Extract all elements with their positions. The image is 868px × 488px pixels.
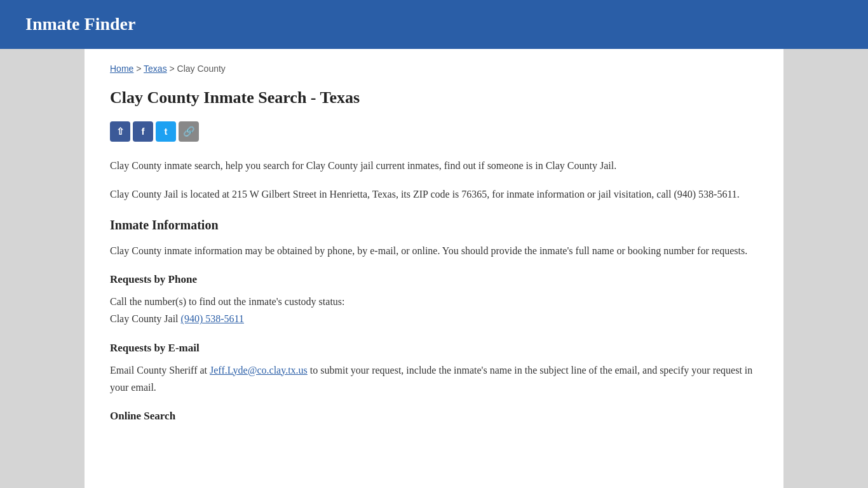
inmate-info-body: Clay County inmate information may be ob… bbox=[110, 242, 758, 259]
email-prefix: Email County Sheriff at bbox=[110, 365, 207, 376]
facebook-button[interactable]: f bbox=[133, 121, 153, 142]
intro-paragraph-2: Clay County Jail is located at 215 W Gil… bbox=[110, 186, 758, 203]
online-search-heading: Online Search bbox=[110, 407, 758, 426]
breadcrumb-home[interactable]: Home bbox=[110, 64, 133, 74]
share-icon: ⇧ bbox=[116, 124, 125, 139]
requests-by-phone-heading: Requests by Phone bbox=[110, 271, 758, 289]
site-title: Inmate Finder bbox=[25, 10, 135, 39]
intro-paragraph-1: Clay County inmate search, help you sear… bbox=[110, 157, 758, 174]
twitter-icon: t bbox=[165, 124, 168, 139]
share-button[interactable]: ⇧ bbox=[110, 121, 130, 142]
jail-label: Clay County Jail bbox=[110, 313, 179, 324]
facebook-icon: f bbox=[142, 124, 145, 139]
inmate-info-heading: Inmate Information bbox=[110, 214, 758, 236]
social-share-bar: ⇧ f t 🔗 bbox=[110, 121, 758, 142]
main-content-wrapper: Home > Texas > Clay County Clay County I… bbox=[85, 49, 783, 488]
breadcrumb: Home > Texas > Clay County bbox=[110, 62, 758, 76]
requests-by-phone-body: Call the number(s) to find out the inmat… bbox=[110, 293, 758, 327]
phone-link[interactable]: (940) 538-5611 bbox=[181, 313, 244, 324]
breadcrumb-county: Clay County bbox=[177, 64, 226, 74]
site-header: Inmate Finder bbox=[0, 0, 868, 49]
twitter-button[interactable]: t bbox=[156, 121, 176, 142]
requests-by-email-body: Email County Sheriff at Jeff.Lyde@co.cla… bbox=[110, 362, 758, 396]
email-link[interactable]: Jeff.Lyde@co.clay.tx.us bbox=[210, 365, 308, 376]
copy-link-button[interactable]: 🔗 bbox=[179, 121, 199, 142]
link-icon: 🔗 bbox=[183, 124, 195, 139]
page-title: Clay County Inmate Search - Texas bbox=[110, 85, 758, 111]
article-content: Clay County inmate search, help you sear… bbox=[110, 157, 758, 426]
breadcrumb-state[interactable]: Texas bbox=[144, 64, 167, 74]
phone-line1: Call the number(s) to find out the inmat… bbox=[110, 296, 345, 307]
requests-by-email-heading: Requests by E-mail bbox=[110, 339, 758, 358]
